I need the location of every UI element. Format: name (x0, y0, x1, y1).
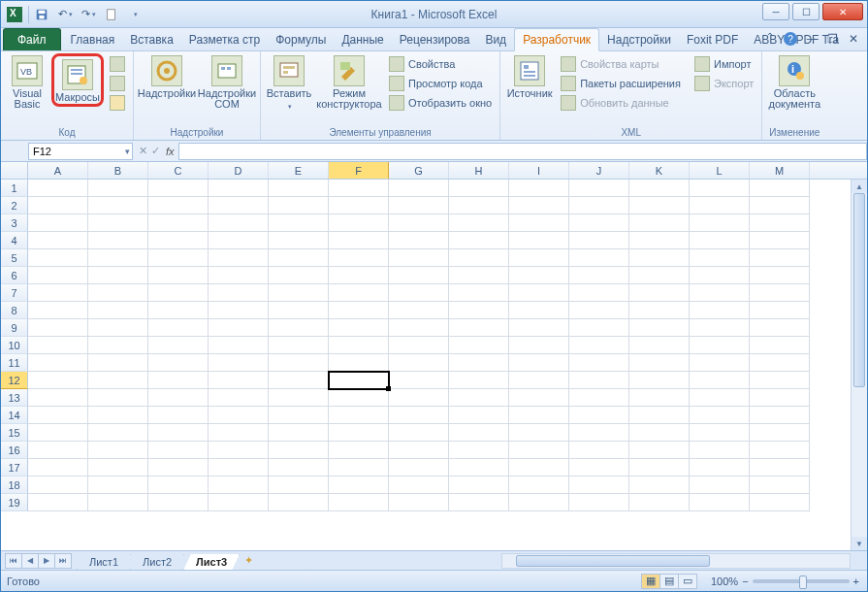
column-header[interactable]: K (629, 162, 690, 179)
cell[interactable] (690, 424, 750, 442)
cell[interactable] (209, 284, 269, 302)
tab-разработчик[interactable]: Разработчик (514, 28, 599, 51)
cell[interactable] (209, 372, 269, 389)
cell[interactable] (329, 372, 389, 389)
cell[interactable] (569, 389, 629, 407)
cell[interactable] (629, 197, 690, 214)
cell[interactable] (750, 407, 810, 424)
cell[interactable] (569, 197, 629, 214)
cell[interactable] (28, 302, 88, 319)
column-header[interactable]: B (88, 162, 148, 179)
cell[interactable] (28, 477, 88, 494)
view-code-button[interactable]: Просмотр кода (385, 75, 496, 92)
cell[interactable] (329, 389, 389, 407)
row-header[interactable]: 17 (1, 459, 28, 477)
tab-разметка стр[interactable]: Разметка стр (181, 29, 268, 50)
cell[interactable] (569, 407, 629, 424)
cell[interactable] (88, 284, 148, 302)
page-break-view-icon[interactable]: ▭ (678, 574, 697, 589)
cell[interactable] (209, 354, 269, 372)
cell[interactable] (750, 249, 810, 267)
cell[interactable] (329, 407, 389, 424)
cell[interactable] (569, 459, 629, 477)
cell[interactable] (389, 284, 449, 302)
cell[interactable] (509, 407, 569, 424)
cell[interactable] (690, 372, 750, 389)
cell[interactable] (629, 407, 690, 424)
column-header[interactable]: F (329, 162, 389, 179)
cell[interactable] (329, 214, 389, 232)
cell[interactable] (449, 232, 509, 249)
cell[interactable] (269, 249, 329, 267)
tab-главная[interactable]: Главная (63, 29, 123, 50)
cell[interactable] (449, 389, 509, 407)
sheet-nav-first-icon[interactable]: ⏮ (5, 553, 22, 569)
cell[interactable] (509, 319, 569, 337)
cell[interactable] (629, 372, 690, 389)
cell[interactable] (750, 372, 810, 389)
cell[interactable] (750, 267, 810, 284)
com-addins-button[interactable]: Надстройки COM (198, 53, 256, 110)
xml-export-button[interactable]: Экспорт (691, 75, 757, 92)
cell[interactable] (389, 494, 449, 511)
cell[interactable] (509, 494, 569, 511)
cell[interactable] (509, 372, 569, 389)
cell[interactable] (28, 232, 88, 249)
cell[interactable] (750, 284, 810, 302)
row-header[interactable]: 11 (1, 354, 28, 372)
cell[interactable] (28, 197, 88, 214)
cell[interactable] (389, 407, 449, 424)
cell[interactable] (148, 214, 209, 232)
cell[interactable] (569, 249, 629, 267)
minimize-button[interactable]: ─ (762, 3, 789, 20)
cell[interactable] (209, 459, 269, 477)
cell[interactable] (269, 232, 329, 249)
column-header[interactable]: E (269, 162, 329, 179)
cell[interactable] (449, 302, 509, 319)
cell[interactable] (389, 214, 449, 232)
cell[interactable] (629, 442, 690, 459)
column-header[interactable]: L (690, 162, 750, 179)
cell[interactable] (509, 180, 569, 197)
tab-вид[interactable]: Вид (477, 29, 514, 50)
cell[interactable] (690, 214, 750, 232)
cell[interactable] (449, 354, 509, 372)
help-icon[interactable]: ? (784, 32, 797, 46)
cell[interactable] (449, 337, 509, 354)
cell[interactable] (148, 442, 209, 459)
cell[interactable] (629, 284, 690, 302)
cell[interactable] (28, 372, 88, 389)
cell[interactable] (629, 354, 690, 372)
row-header[interactable]: 7 (1, 284, 28, 302)
name-box[interactable]: F12 (28, 143, 133, 160)
cell[interactable] (329, 232, 389, 249)
cell[interactable] (329, 477, 389, 494)
cell[interactable] (509, 477, 569, 494)
cell[interactable] (449, 459, 509, 477)
cell[interactable] (88, 180, 148, 197)
cell[interactable] (690, 354, 750, 372)
cell[interactable] (629, 214, 690, 232)
cell[interactable] (148, 267, 209, 284)
cell[interactable] (629, 424, 690, 442)
cell[interactable] (569, 232, 629, 249)
cell[interactable] (209, 424, 269, 442)
cell[interactable] (389, 354, 449, 372)
row-header[interactable]: 14 (1, 407, 28, 424)
cell[interactable] (389, 424, 449, 442)
cell[interactable] (329, 354, 389, 372)
cell[interactable] (449, 180, 509, 197)
cell[interactable] (269, 372, 329, 389)
cell[interactable] (389, 337, 449, 354)
cell[interactable] (449, 249, 509, 267)
cell[interactable] (629, 494, 690, 511)
cell[interactable] (329, 197, 389, 214)
cell[interactable] (569, 302, 629, 319)
xml-import-button[interactable]: Импорт (691, 55, 757, 73)
cell[interactable] (389, 232, 449, 249)
cell[interactable] (569, 180, 629, 197)
zoom-level[interactable]: 100% (711, 576, 738, 587)
cell[interactable] (509, 214, 569, 232)
column-header[interactable]: I (509, 162, 569, 179)
cell[interactable] (148, 197, 209, 214)
